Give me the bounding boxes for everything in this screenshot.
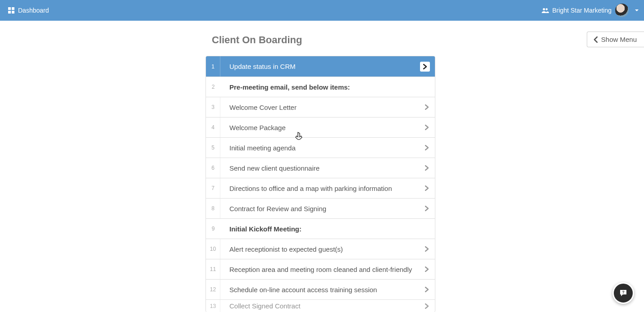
row-label: Initial Kickoff Meeting: — [220, 219, 435, 239]
list-item[interactable]: 6Send new client questionnaire — [206, 158, 435, 178]
svg-rect-2 — [8, 11, 11, 14]
svg-point-4 — [543, 8, 545, 10]
list-item[interactable]: 8Contract for Review and Signing — [206, 198, 435, 218]
chevron-right-icon — [419, 300, 435, 312]
page-title: Client On Boarding — [212, 34, 644, 46]
topbar-right: Bright Star Marketing — [542, 4, 639, 17]
chevron-right-icon — [419, 56, 435, 77]
row-number: 4 — [206, 118, 220, 137]
users-icon — [542, 8, 549, 13]
help-button[interactable]: ? — [612, 282, 634, 304]
row-label: Directions to office and a map with park… — [220, 178, 419, 198]
avatar[interactable] — [615, 4, 629, 17]
svg-rect-1 — [12, 7, 14, 10]
list-heading: 9Initial Kickoff Meeting: — [206, 218, 435, 239]
chevron-right-icon — [419, 178, 435, 198]
row-label: Schedule on-line account access training… — [220, 280, 419, 299]
list-item[interactable]: 3Welcome Cover Letter — [206, 97, 435, 117]
row-number: 2 — [206, 77, 220, 97]
row-number: 11 — [206, 259, 220, 279]
svg-rect-0 — [8, 7, 11, 10]
list-item[interactable]: 12Schedule on-line account access traini… — [206, 279, 435, 299]
list-item[interactable]: 7Directions to office and a map with par… — [206, 178, 435, 198]
org-switcher[interactable]: Bright Star Marketing — [542, 7, 612, 14]
chevron-right-icon — [419, 239, 435, 259]
row-label: Pre-meeting email, send below items: — [220, 77, 435, 97]
chevron-right-icon — [419, 199, 435, 218]
task-list: 1Update status in CRM2Pre-meeting email,… — [206, 56, 435, 312]
org-label: Bright Star Marketing — [553, 7, 612, 14]
caret-down-icon[interactable] — [635, 9, 639, 11]
show-menu-label: Show Menu — [601, 36, 637, 43]
row-number: 5 — [206, 138, 220, 158]
row-label: Contract for Review and Signing — [220, 199, 419, 218]
list-item[interactable]: 11Reception area and meeting room cleane… — [206, 259, 435, 279]
row-label: Welcome Package — [220, 118, 419, 137]
row-number: 6 — [206, 158, 220, 178]
list-heading: 2Pre-meeting email, send below items: — [206, 77, 435, 97]
dashboard-label: Dashboard — [18, 7, 49, 14]
chat-help-icon: ? — [619, 289, 628, 298]
chevron-right-icon — [419, 259, 435, 279]
chevron-right-icon — [419, 138, 435, 158]
list-item[interactable]: 1Update status in CRM — [206, 56, 435, 77]
row-number: 13 — [206, 300, 220, 312]
row-label: Reception area and meeting room cleaned … — [220, 259, 419, 279]
list-item[interactable]: 5Initial meeting agenda — [206, 137, 435, 158]
row-number: 7 — [206, 178, 220, 198]
topbar: Dashboard Bright Star Marketing — [0, 0, 644, 21]
row-label: Welcome Cover Letter — [220, 97, 419, 117]
row-number: 12 — [206, 280, 220, 299]
chevron-right-icon — [419, 118, 435, 137]
content: Show Menu Client On Boarding 1Update sta… — [0, 21, 644, 312]
svg-point-5 — [545, 8, 547, 10]
row-label: Send new client questionnaire — [220, 158, 419, 178]
dashboard-icon — [8, 7, 14, 14]
show-menu-button[interactable]: Show Menu — [587, 32, 644, 47]
chevron-left-icon — [594, 36, 598, 43]
row-number: 3 — [206, 97, 220, 117]
row-label: Update status in CRM — [220, 56, 419, 77]
chevron-right-icon — [419, 280, 435, 299]
list-item[interactable]: 10Alert receptionist to expected guest(s… — [206, 239, 435, 259]
row-label: Collect Signed Contract — [220, 300, 419, 312]
row-number: 10 — [206, 239, 220, 259]
row-number: 1 — [206, 56, 220, 77]
dashboard-link[interactable]: Dashboard — [8, 7, 49, 14]
chevron-right-icon — [419, 158, 435, 178]
row-label: Initial meeting agenda — [220, 138, 419, 158]
svg-text:?: ? — [622, 290, 625, 294]
svg-rect-3 — [12, 11, 14, 14]
row-number: 8 — [206, 199, 220, 218]
list-item[interactable]: 13Collect Signed Contract — [206, 299, 435, 312]
row-label: Alert receptionist to expected guest(s) — [220, 239, 419, 259]
list-item[interactable]: 4Welcome Package — [206, 117, 435, 137]
chevron-right-icon — [419, 97, 435, 117]
topbar-left: Dashboard — [8, 7, 49, 14]
row-number: 9 — [206, 219, 220, 239]
